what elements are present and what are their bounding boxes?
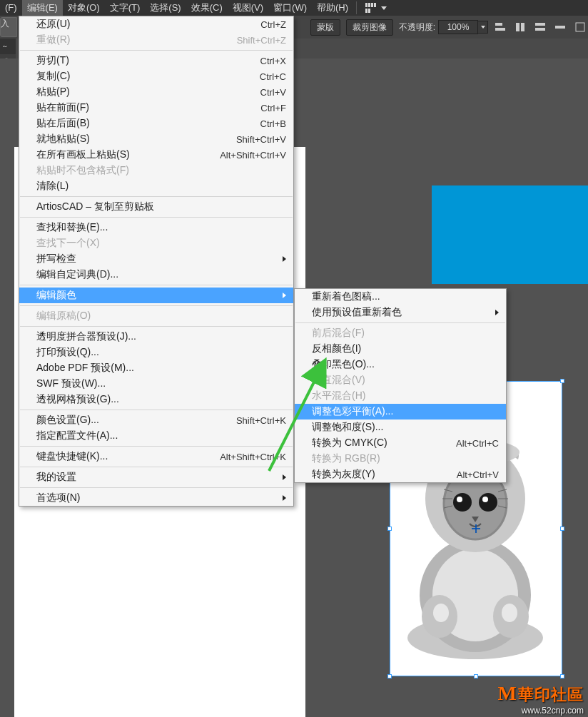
svg-rect-7 (576, 23, 584, 31)
edit-menu-item-11[interactable]: 清除(L) (19, 178, 293, 194)
submenu-arrow-icon (495, 310, 499, 315)
edit-menu-item-26[interactable]: Adobe PDF 预设(M)... (19, 360, 293, 376)
edit-menu-item-28[interactable]: 透视网格预设(G)... (19, 392, 293, 407)
svg-rect-5 (535, 28, 545, 31)
edit-menu-item-30[interactable]: 颜色设置(G)...Shift+Ctrl+K (19, 412, 293, 428)
edit-menu-item-13[interactable]: ArtiosCAD – 复制至剪贴板 (19, 199, 293, 215)
menu-edit[interactable]: 编辑(E) (22, 0, 63, 16)
edit-menu-item-0[interactable]: 还原(U)Ctrl+Z (19, 16, 293, 32)
color-submenu-item-1[interactable]: 使用预设值重新着色 (295, 305, 506, 320)
edit-menu-item-6[interactable]: 贴在前面(F)Ctrl+F (19, 100, 293, 116)
watermark: M華印社區 www.52cnp.com (498, 682, 584, 716)
edit-menu-item-18[interactable]: 编辑自定词典(D)... (19, 267, 293, 283)
menu-shortcut: Ctrl+B (260, 118, 286, 129)
align-button-5[interactable] (572, 19, 588, 35)
menu-window[interactable]: 窗口(W) (268, 0, 312, 16)
selection-center-icon (472, 524, 480, 533)
menu-file[interactable]: (F) (0, 0, 22, 16)
edit-menu-item-label: 粘贴(P) (36, 86, 260, 98)
edit-menu-item-17[interactable]: 拼写检查 (19, 251, 293, 267)
menu-view[interactable]: 视图(V) (228, 0, 268, 16)
svg-rect-4 (535, 23, 545, 26)
edit-menu-item-label: 打印预设(Q)... (36, 346, 286, 359)
opacity-dropdown[interactable] (478, 21, 488, 34)
menu-shortcut: Ctrl+F (260, 103, 286, 113)
edit-menu-separator (20, 410, 293, 410)
crop-image-button[interactable]: 裁剪图像 (346, 19, 393, 36)
color-submenu-item-12[interactable]: 转换为灰度(Y)Alt+Ctrl+V (295, 467, 506, 482)
color-submenu-item-label: 水平混合(H) (312, 390, 499, 402)
edit-menu-item-27[interactable]: SWF 预设(W)... (19, 376, 293, 392)
watermark-url: www.52cnp.com (498, 706, 584, 716)
selection-handle-bottom-right[interactable] (560, 674, 564, 678)
menu-object[interactable]: 对象(O) (63, 0, 105, 16)
opacity-input[interactable]: 100% (438, 20, 478, 34)
selection-handle-top-right[interactable] (560, 379, 564, 383)
selection-handle-mid-left[interactable] (387, 527, 392, 531)
selection-handle-bottom-left[interactable] (387, 674, 392, 678)
selection-handle-mid-right[interactable] (560, 527, 564, 531)
menu-type[interactable]: 文字(T) (105, 0, 146, 16)
edit-menu-item-label: 透明度拼合器预设(J)... (36, 330, 286, 343)
edit-menu-item-label: 编辑自定词典(D)... (36, 268, 286, 281)
align-button-2[interactable] (512, 19, 528, 35)
edit-menu-item-label: 贴在前面(F) (36, 101, 260, 114)
ruler-fragment: ～ (0, 39, 16, 54)
edit-menu-item-7[interactable]: 贴在后面(B)Ctrl+B (19, 116, 293, 131)
edit-menu-item-24[interactable]: 透明度拼合器预设(J)... (19, 329, 293, 345)
edit-menu-item-3[interactable]: 剪切(T)Ctrl+X (19, 53, 293, 68)
menu-shortcut: Ctrl+X (260, 56, 286, 66)
color-submenu-item-8[interactable]: 调整色彩平衡(A)... (295, 404, 506, 419)
color-submenu-item-5[interactable]: 叠印黑色(O)... (295, 357, 506, 372)
svg-rect-2 (516, 23, 519, 31)
selection-handle-bottom-mid[interactable] (474, 674, 478, 678)
option-bar-embed-fragment[interactable]: 入 (0, 17, 17, 37)
color-submenu-item-10[interactable]: 转换为 CMYK(C)Alt+Ctrl+C (295, 435, 506, 451)
edit-menu-item-4[interactable]: 复制(C)Ctrl+C (19, 68, 293, 84)
edit-menu-item-5[interactable]: 粘贴(P)Ctrl+V (19, 84, 293, 100)
color-submenu-item-9[interactable]: 调整饱和度(S)... (295, 419, 506, 435)
menu-select[interactable]: 选择(S) (145, 0, 186, 16)
edit-menu-item-9[interactable]: 在所有画板上粘贴(S)Alt+Shift+Ctrl+V (19, 147, 293, 163)
edit-menu-separator (20, 487, 293, 488)
edit-menu-item-label: 重做(R) (36, 34, 237, 46)
edit-menu-item-31[interactable]: 指定配置文件(A)... (19, 428, 293, 444)
align-button-1[interactable] (492, 19, 508, 35)
color-submenu-item-0[interactable]: 重新着色图稿... (295, 289, 506, 305)
align-button-3[interactable] (532, 19, 548, 35)
edit-menu-item-label: 键盘快捷键(K)... (36, 450, 220, 463)
edit-menu-item-25[interactable]: 打印预设(Q)... (19, 345, 293, 360)
mask-button[interactable]: 蒙版 (310, 19, 340, 36)
edit-menu-dropdown[interactable]: 还原(U)Ctrl+Z重做(R)Shift+Ctrl+Z剪切(T)Ctrl+X复… (19, 16, 294, 507)
menu-effect[interactable]: 效果(C) (186, 0, 228, 16)
color-submenu-item-11: 转换为 RGB(R) (295, 451, 506, 467)
edit-menu-separator (20, 446, 293, 447)
edit-menu-separator (20, 217, 293, 218)
submenu-arrow-icon (283, 474, 286, 480)
edit-menu-item-label: 查找下一个(X) (36, 237, 286, 250)
color-submenu-item-4[interactable]: 反相颜色(I) (295, 341, 506, 357)
menu-shortcut: Shift+Ctrl+Z (237, 35, 286, 46)
watermark-logo-icon: M (498, 682, 517, 704)
edit-menu-item-15[interactable]: 查找和替换(E)... (19, 220, 293, 235)
workspace-switcher-icon[interactable] (365, 3, 378, 13)
edit-menu-item-label: 剪切(T) (36, 54, 260, 67)
edit-menu-item-35[interactable]: 我的设置 (19, 469, 293, 485)
edit-colors-submenu[interactable]: 重新着色图稿...使用预设值重新着色前后混合(F)反相颜色(I)叠印黑色(O).… (294, 288, 507, 483)
edit-menu-item-37[interactable]: 首选项(N) (19, 490, 293, 506)
edit-menu-item-20[interactable]: 编辑颜色 (19, 288, 293, 303)
color-submenu-item-3: 前后混合(F) (295, 325, 506, 341)
menubar[interactable]: (F) 编辑(E) 对象(O) 文字(T) 选择(S) 效果(C) 视图(V) … (0, 0, 588, 16)
align-button-4[interactable] (552, 19, 568, 35)
edit-menu-item-33[interactable]: 键盘快捷键(K)...Alt+Shift+Ctrl+K (19, 449, 293, 464)
edit-menu-item-8[interactable]: 就地粘贴(S)Shift+Ctrl+V (19, 131, 293, 147)
color-submenu-item-label: 使用预设值重新着色 (312, 306, 491, 319)
menu-help[interactable]: 帮助(H) (312, 0, 353, 16)
edit-menu-item-label: 复制(C) (36, 70, 260, 83)
blue-rectangle-object[interactable] (432, 185, 588, 284)
edit-menu-separator (20, 285, 293, 285)
edit-menu-separator (20, 467, 293, 467)
edit-menu-item-label: 就地粘贴(S) (36, 133, 236, 146)
color-submenu-item-label: 转换为 CMYK(C) (312, 437, 456, 449)
color-submenu-item-7: 水平混合(H) (295, 388, 506, 404)
